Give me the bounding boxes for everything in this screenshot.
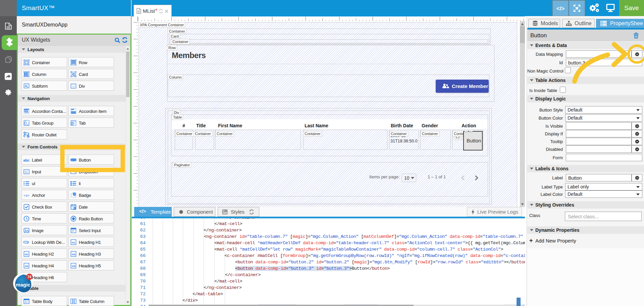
svg-text:abc: abc: [23, 158, 30, 162]
svg-text:H1: H1: [72, 241, 75, 244]
svg-text:</>: </>: [556, 5, 565, 12]
svg-text:<a>: <a>: [23, 194, 29, 198]
svg-text:<>: <>: [72, 85, 75, 88]
svg-text:BUTTON: BUTTON: [71, 160, 76, 161]
svg-text:H5: H5: [72, 265, 75, 268]
svg-text:H2: H2: [25, 253, 29, 256]
svg-text:H3: H3: [72, 253, 75, 256]
svg-text:magic: magic: [16, 282, 30, 288]
svg-text:H4: H4: [25, 265, 29, 268]
svg-text:74: 74: [28, 275, 32, 279]
svg-text:CO: CO: [73, 193, 76, 195]
